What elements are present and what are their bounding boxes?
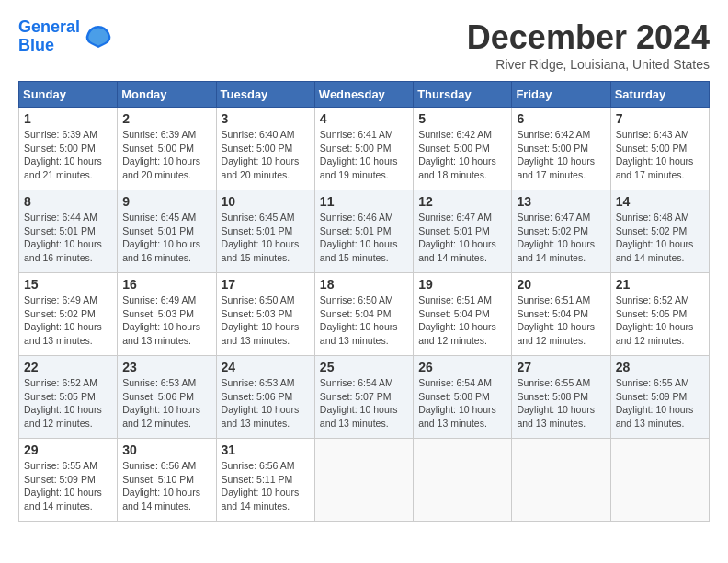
calendar-day-cell: 25 Sunrise: 6:54 AM Sunset: 5:07 PM Dayl… [314,356,413,439]
col-sunday: Sunday [19,82,118,108]
day-info: Sunrise: 6:55 AM Sunset: 5:08 PM Dayligh… [517,376,605,431]
day-number: 25 [320,360,408,374]
logo-text: GeneralBlue [18,18,80,55]
calendar-day-cell: 31 Sunrise: 6:56 AM Sunset: 5:11 PM Dayl… [216,439,314,522]
calendar-day-cell: 19 Sunrise: 6:51 AM Sunset: 5:04 PM Dayl… [414,273,512,356]
day-number: 13 [517,194,605,209]
day-number: 23 [122,360,210,374]
day-info: Sunrise: 6:54 AM Sunset: 5:08 PM Dayligh… [418,376,506,431]
calendar-day-cell: 5 Sunrise: 6:42 AM Sunset: 5:00 PM Dayli… [414,108,512,190]
empty-cell [610,439,709,522]
day-number: 20 [517,277,605,292]
calendar-table: Sunday Monday Tuesday Wednesday Thursday… [18,81,710,522]
day-info: Sunrise: 6:42 AM Sunset: 5:00 PM Dayligh… [418,128,506,182]
empty-cell [314,439,413,522]
calendar-day-cell: 22 Sunrise: 6:52 AM Sunset: 5:05 PM Dayl… [19,356,118,439]
day-number: 30 [122,442,210,457]
day-info: Sunrise: 6:45 AM Sunset: 5:01 PM Dayligh… [222,211,310,265]
day-number: 4 [320,111,408,126]
calendar-day-cell: 18 Sunrise: 6:50 AM Sunset: 5:04 PM Dayl… [314,273,413,356]
calendar-day-cell: 21 Sunrise: 6:52 AM Sunset: 5:05 PM Dayl… [610,273,709,356]
calendar-day-cell: 17 Sunrise: 6:50 AM Sunset: 5:03 PM Dayl… [216,273,314,356]
day-number: 15 [24,277,112,292]
calendar-day-cell: 23 Sunrise: 6:53 AM Sunset: 5:06 PM Dayl… [118,356,216,439]
day-info: Sunrise: 6:54 AM Sunset: 5:07 PM Dayligh… [320,376,408,431]
day-number: 17 [222,277,310,292]
day-number: 24 [222,360,310,374]
day-info: Sunrise: 6:51 AM Sunset: 5:04 PM Dayligh… [418,293,506,348]
col-friday: Friday [512,82,610,108]
calendar-day-cell: 8 Sunrise: 6:44 AM Sunset: 5:01 PM Dayli… [19,190,118,273]
day-info: Sunrise: 6:41 AM Sunset: 5:00 PM Dayligh… [320,128,408,182]
day-info: Sunrise: 6:42 AM Sunset: 5:00 PM Dayligh… [517,128,605,182]
day-number: 29 [24,442,112,457]
calendar-day-cell: 7 Sunrise: 6:43 AM Sunset: 5:00 PM Dayli… [610,108,709,190]
day-info: Sunrise: 6:43 AM Sunset: 5:00 PM Dayligh… [616,128,704,182]
day-info: Sunrise: 6:49 AM Sunset: 5:02 PM Dayligh… [24,293,112,348]
col-saturday: Saturday [610,82,709,108]
day-number: 6 [517,111,605,126]
day-info: Sunrise: 6:46 AM Sunset: 5:01 PM Dayligh… [320,211,408,265]
page-header: GeneralBlue December 2024 River Ridge, L… [18,18,710,72]
day-info: Sunrise: 6:47 AM Sunset: 5:01 PM Dayligh… [418,211,506,265]
day-number: 3 [222,111,310,126]
calendar-day-cell: 10 Sunrise: 6:45 AM Sunset: 5:01 PM Dayl… [216,190,314,273]
day-info: Sunrise: 6:52 AM Sunset: 5:05 PM Dayligh… [616,293,704,348]
day-info: Sunrise: 6:55 AM Sunset: 5:09 PM Dayligh… [24,459,112,513]
day-info: Sunrise: 6:49 AM Sunset: 5:03 PM Dayligh… [122,293,210,348]
day-number: 26 [418,360,506,374]
calendar-week-row: 15 Sunrise: 6:49 AM Sunset: 5:02 PM Dayl… [19,273,710,356]
day-number: 18 [320,277,408,292]
calendar-day-cell: 24 Sunrise: 6:53 AM Sunset: 5:06 PM Dayl… [216,356,314,439]
calendar-day-cell: 29 Sunrise: 6:55 AM Sunset: 5:09 PM Dayl… [19,439,118,522]
day-number: 7 [616,111,704,126]
day-number: 22 [24,360,112,374]
day-number: 10 [222,194,310,209]
day-info: Sunrise: 6:53 AM Sunset: 5:06 PM Dayligh… [222,376,310,431]
calendar-day-cell: 14 Sunrise: 6:48 AM Sunset: 5:02 PM Dayl… [610,190,709,273]
day-number: 12 [418,194,506,209]
day-info: Sunrise: 6:48 AM Sunset: 5:02 PM Dayligh… [616,211,704,265]
calendar-day-cell: 11 Sunrise: 6:46 AM Sunset: 5:01 PM Dayl… [314,190,413,273]
day-number: 31 [222,442,310,457]
day-number: 14 [616,194,704,209]
calendar-day-cell: 9 Sunrise: 6:45 AM Sunset: 5:01 PM Dayli… [118,190,216,273]
col-tuesday: Tuesday [216,82,314,108]
day-info: Sunrise: 6:50 AM Sunset: 5:04 PM Dayligh… [320,293,408,348]
day-number: 19 [418,277,506,292]
calendar-day-cell: 20 Sunrise: 6:51 AM Sunset: 5:04 PM Dayl… [512,273,610,356]
empty-cell [414,439,512,522]
day-number: 27 [517,360,605,374]
col-thursday: Thursday [414,82,512,108]
day-number: 16 [122,277,210,292]
day-info: Sunrise: 6:47 AM Sunset: 5:02 PM Dayligh… [517,211,605,265]
day-info: Sunrise: 6:55 AM Sunset: 5:09 PM Dayligh… [616,376,704,431]
day-info: Sunrise: 6:56 AM Sunset: 5:10 PM Dayligh… [122,459,210,513]
col-monday: Monday [118,82,216,108]
col-wednesday: Wednesday [314,82,413,108]
day-number: 2 [122,111,210,126]
logo: GeneralBlue [18,18,113,55]
calendar-day-cell: 30 Sunrise: 6:56 AM Sunset: 5:10 PM Dayl… [118,439,216,522]
calendar-day-cell: 1 Sunrise: 6:39 AM Sunset: 5:00 PM Dayli… [19,108,118,190]
calendar-day-cell: 28 Sunrise: 6:55 AM Sunset: 5:09 PM Dayl… [610,356,709,439]
month-title: December 2024 [467,18,710,57]
title-block: December 2024 River Ridge, Louisiana, Un… [467,18,710,72]
day-number: 11 [320,194,408,209]
calendar-day-cell: 12 Sunrise: 6:47 AM Sunset: 5:01 PM Dayl… [414,190,512,273]
day-number: 5 [418,111,506,126]
calendar-day-cell: 6 Sunrise: 6:42 AM Sunset: 5:00 PM Dayli… [512,108,610,190]
calendar-day-cell: 27 Sunrise: 6:55 AM Sunset: 5:08 PM Dayl… [512,356,610,439]
day-info: Sunrise: 6:52 AM Sunset: 5:05 PM Dayligh… [24,376,112,431]
day-number: 1 [24,111,112,126]
calendar-day-cell: 15 Sunrise: 6:49 AM Sunset: 5:02 PM Dayl… [19,273,118,356]
calendar-day-cell: 13 Sunrise: 6:47 AM Sunset: 5:02 PM Dayl… [512,190,610,273]
day-info: Sunrise: 6:53 AM Sunset: 5:06 PM Dayligh… [122,376,210,431]
calendar-week-row: 22 Sunrise: 6:52 AM Sunset: 5:05 PM Dayl… [19,356,710,439]
day-info: Sunrise: 6:51 AM Sunset: 5:04 PM Dayligh… [517,293,605,348]
calendar-header-row: Sunday Monday Tuesday Wednesday Thursday… [19,82,710,108]
calendar-week-row: 29 Sunrise: 6:55 AM Sunset: 5:09 PM Dayl… [19,439,710,522]
day-info: Sunrise: 6:45 AM Sunset: 5:01 PM Dayligh… [122,211,210,265]
logo-icon [84,22,113,52]
calendar-day-cell: 2 Sunrise: 6:39 AM Sunset: 5:00 PM Dayli… [118,108,216,190]
